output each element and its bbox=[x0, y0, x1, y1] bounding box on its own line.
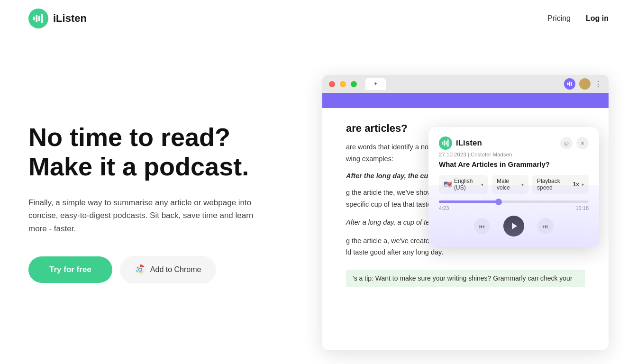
flag-icon: 🇺🇸 bbox=[444, 181, 452, 188]
svg-rect-11 bbox=[571, 82, 572, 86]
svg-marker-18 bbox=[512, 223, 517, 229]
logo-text: iListen bbox=[53, 12, 87, 25]
svg-rect-3 bbox=[38, 16, 40, 21]
browser-close-btn bbox=[329, 81, 335, 87]
browser-content: are articles? are words that identify a … bbox=[322, 108, 609, 350]
time-total: 10:18 bbox=[575, 205, 589, 211]
progress-fill bbox=[439, 200, 499, 203]
popup-header-icons: ☺ × bbox=[560, 137, 589, 149]
voice-select[interactable]: Male voice ▾ bbox=[492, 175, 528, 194]
ilisten-popup: iListen ☺ × 27.10.2023 | Cristofer Madse… bbox=[428, 127, 599, 247]
svg-rect-2 bbox=[36, 15, 38, 22]
ext-icon-svg bbox=[566, 81, 573, 87]
time-row: 4:23 10:18 bbox=[439, 205, 589, 211]
navbar: iListen Pricing Log in bbox=[0, 0, 637, 37]
progress-track bbox=[439, 200, 589, 203]
speed-chevron-icon: ▾ bbox=[582, 182, 584, 187]
skip-back-button[interactable]: ⏮ bbox=[474, 218, 490, 234]
browser-min-btn bbox=[340, 81, 346, 87]
article-tip: 's a tip: Want to make sure your writing… bbox=[346, 270, 585, 287]
popup-logo-text: iListen bbox=[456, 138, 482, 148]
popup-meta: 27.10.2023 | Cristofer Madsen bbox=[439, 152, 589, 157]
hero-heading: No time to read? Make it a podcast. bbox=[28, 122, 284, 181]
hero-copy: No time to read? Make it a podcast. Fina… bbox=[28, 75, 284, 283]
ext-icon-purple bbox=[564, 78, 575, 90]
svg-text:⏭: ⏭ bbox=[542, 223, 548, 230]
svg-rect-15 bbox=[446, 141, 447, 145]
progress-container[interactable]: 4:23 10:18 bbox=[439, 200, 589, 211]
language-select[interactable]: 🇺🇸 English (US) ▾ bbox=[439, 175, 488, 194]
browser-titlebar: + ⋮ bbox=[322, 75, 609, 93]
speed-select[interactable]: Playback speed 1x ▾ bbox=[532, 175, 589, 194]
browser-url-bar bbox=[322, 93, 609, 108]
hero-buttons: Try for free Ad bbox=[28, 256, 284, 283]
hero-section: No time to read? Make it a podcast. Fina… bbox=[0, 37, 637, 364]
popup-logo-icon bbox=[439, 136, 452, 150]
popup-close-button[interactable]: × bbox=[576, 137, 589, 149]
nav-login-link[interactable]: Log in bbox=[586, 14, 609, 23]
playback-controls: ⏮ ⏭ bbox=[439, 216, 589, 237]
svg-rect-10 bbox=[569, 82, 571, 86]
nav-links: Pricing Log in bbox=[547, 14, 609, 23]
hero-illustration: + ⋮ a bbox=[322, 75, 609, 350]
svg-rect-13 bbox=[442, 142, 443, 145]
browser-ext-icons: ⋮ bbox=[564, 78, 602, 90]
hero-subtext: Finally, a simple way to summarise any a… bbox=[28, 196, 256, 235]
svg-text:⏮: ⏮ bbox=[479, 223, 485, 230]
popup-controls: 🇺🇸 English (US) ▾ Male voice ▾ Playback … bbox=[439, 175, 589, 194]
svg-rect-4 bbox=[41, 14, 43, 23]
svg-rect-1 bbox=[33, 17, 35, 20]
add-to-chrome-button[interactable]: Add to Chrome bbox=[120, 256, 217, 283]
browser-tab: + bbox=[365, 78, 386, 90]
voice-chevron-icon: ▾ bbox=[521, 182, 524, 187]
popup-smiley-button[interactable]: ☺ bbox=[560, 137, 573, 149]
skip-forward-icon: ⏭ bbox=[541, 222, 550, 230]
popup-article-title: What Are Articles in Grammarly? bbox=[439, 160, 589, 168]
try-for-free-button[interactable]: Try for free bbox=[28, 256, 112, 283]
lang-chevron-icon: ▾ bbox=[481, 182, 483, 187]
svg-rect-14 bbox=[444, 140, 445, 146]
time-current: 4:23 bbox=[439, 205, 449, 211]
play-button[interactable] bbox=[503, 216, 524, 237]
skip-forward-button[interactable]: ⏭ bbox=[537, 218, 554, 234]
popup-header: iListen ☺ × bbox=[439, 136, 589, 150]
logo-link[interactable]: iListen bbox=[28, 9, 87, 28]
ext-dots: ⋮ bbox=[594, 80, 602, 89]
progress-thumb bbox=[495, 199, 502, 205]
logo-icon bbox=[28, 9, 48, 28]
svg-rect-16 bbox=[447, 139, 449, 147]
svg-rect-9 bbox=[567, 82, 569, 85]
browser-window: + ⋮ a bbox=[322, 75, 609, 350]
chrome-icon bbox=[135, 264, 146, 275]
ext-icon-gold bbox=[579, 78, 591, 90]
nav-pricing-link[interactable]: Pricing bbox=[547, 14, 571, 23]
popup-logo-area: iListen bbox=[439, 136, 482, 150]
play-icon bbox=[510, 222, 518, 230]
skip-back-icon: ⏮ bbox=[478, 222, 486, 230]
browser-max-btn bbox=[351, 81, 357, 87]
svg-point-8 bbox=[139, 268, 141, 271]
